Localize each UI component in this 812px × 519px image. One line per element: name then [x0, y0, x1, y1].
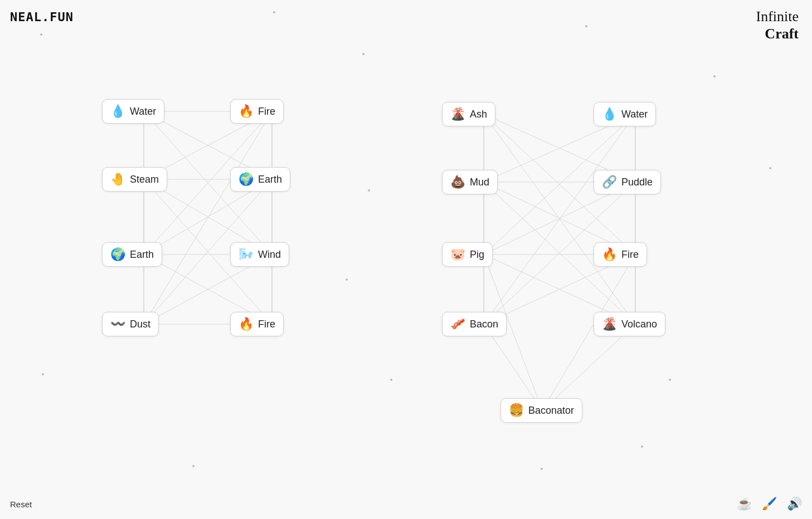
node-emoji-earth1: 🌍 — [239, 172, 254, 187]
craft-node-volcano1[interactable]: 🌋Volcano — [594, 312, 665, 336]
svg-line-10 — [144, 111, 272, 324]
craft-node-fire1[interactable]: 🔥Fire — [230, 99, 284, 124]
node-label-puddle1: Puddle — [621, 177, 653, 188]
decorative-dot-2 — [362, 53, 364, 55]
node-emoji-water1: 💧 — [110, 104, 125, 119]
node-label-dust1: Dust — [130, 319, 150, 330]
decorative-dot-1 — [273, 11, 275, 13]
node-emoji-steam1: 🤚 — [110, 172, 125, 187]
brush-icon[interactable]: 🖌️ — [762, 497, 777, 511]
craft-node-earth1[interactable]: 🌍Earth — [230, 167, 290, 192]
node-label-pig1: Pig — [470, 249, 484, 261]
svg-line-53 — [484, 324, 542, 410]
decorative-dot-7 — [390, 379, 392, 381]
decorative-dot-13 — [541, 468, 543, 470]
decorative-dot-9 — [192, 465, 195, 467]
node-emoji-pig1: 🐷 — [450, 247, 465, 262]
node-label-ash1: Ash — [470, 109, 487, 120]
craft-node-mud1[interactable]: 💩Mud — [442, 170, 498, 194]
craft-node-bacon1[interactable]: 🥓Bacon — [442, 312, 507, 336]
craft-node-earth2[interactable]: 🌍Earth — [102, 242, 162, 267]
node-label-fire1: Fire — [258, 106, 275, 117]
decorative-dot-11 — [769, 167, 771, 169]
node-emoji-fire1: 🔥 — [239, 104, 254, 119]
node-emoji-puddle1: 🔗 — [602, 175, 617, 189]
node-emoji-mud1: 💩 — [450, 175, 465, 189]
decorative-dot-12 — [641, 445, 643, 448]
node-label-bacon1: Bacon — [470, 319, 498, 330]
node-label-water1: Water — [130, 106, 156, 117]
node-label-earth2: Earth — [130, 249, 154, 261]
craft-node-dust1[interactable]: 〰️Dust — [102, 312, 159, 336]
node-label-wind1: Wind — [258, 249, 281, 261]
node-emoji-bacon1: 🥓 — [450, 317, 465, 331]
node-emoji-earth2: 🌍 — [110, 247, 125, 262]
node-label-steam1: Steam — [130, 174, 159, 185]
craft-node-ash1[interactable]: 🌋Ash — [442, 102, 495, 126]
node-emoji-fire2: 🔥 — [239, 317, 254, 331]
node-label-volcano1: Volcano — [621, 319, 657, 330]
node-label-water2: Water — [621, 109, 648, 120]
node-emoji-dust1: 〰️ — [110, 317, 125, 331]
craft-node-steam1[interactable]: 🤚Steam — [102, 167, 167, 192]
node-label-fire2: Fire — [258, 319, 275, 330]
svg-line-54 — [542, 324, 635, 410]
node-emoji-volcano1: 🌋 — [602, 317, 617, 331]
node-emoji-ash1: 🌋 — [450, 107, 465, 121]
craft-node-wind1[interactable]: 🌬️Wind — [230, 242, 289, 267]
craft-node-fire3[interactable]: 🔥Fire — [594, 242, 647, 267]
craft-node-water1[interactable]: 💧Water — [102, 99, 164, 124]
decorative-dot-10 — [669, 379, 671, 381]
node-label-earth1: Earth — [258, 174, 282, 185]
node-emoji-wind1: 🌬️ — [239, 247, 254, 262]
node-emoji-fire3: 🔥 — [602, 247, 617, 262]
node-label-baconator1: Baconator — [528, 405, 574, 417]
craft-node-fire2[interactable]: 🔥Fire — [230, 312, 284, 336]
reset-button[interactable]: Reset — [10, 500, 32, 509]
decorative-dot-5 — [346, 278, 348, 281]
node-emoji-baconator1: 🍔 — [509, 403, 524, 418]
decorative-dot-8 — [42, 373, 44, 375]
decorative-dot-0 — [40, 33, 42, 36]
decorative-dot-6 — [368, 189, 370, 192]
sound-icon[interactable]: 🔊 — [787, 497, 802, 511]
craft-node-pig1[interactable]: 🐷Pig — [442, 242, 493, 267]
decorative-dot-3 — [585, 25, 587, 27]
coffee-icon[interactable]: ☕ — [737, 497, 752, 511]
craft-node-water2[interactable]: 💧Water — [594, 102, 656, 126]
node-label-fire3: Fire — [621, 249, 639, 261]
node-label-mud1: Mud — [470, 177, 489, 188]
node-emoji-water2: 💧 — [602, 107, 617, 121]
craft-node-baconator1[interactable]: 🍔Baconator — [500, 398, 582, 423]
bottom-icons: ☕ 🖌️ 🔊 — [737, 497, 802, 511]
craft-node-puddle1[interactable]: 🔗Puddle — [594, 170, 661, 194]
decorative-dot-4 — [713, 75, 716, 77]
